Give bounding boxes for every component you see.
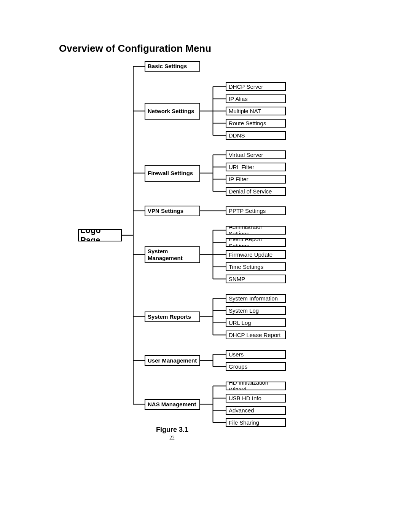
page-number: 22 <box>169 435 175 441</box>
figure-caption: Figure 3.1 <box>156 426 188 434</box>
connector-lines <box>0 0 411 532</box>
document-page: Overview of Configuration Menu Logo Page… <box>0 0 411 532</box>
